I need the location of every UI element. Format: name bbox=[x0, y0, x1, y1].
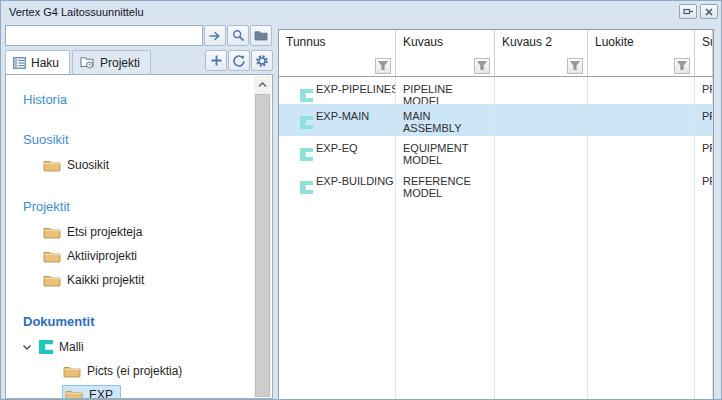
plus-icon bbox=[210, 54, 223, 67]
tree-item-label: Aktiiviprojekti bbox=[67, 249, 137, 263]
model-icon bbox=[300, 116, 313, 129]
tree-item-picts[interactable]: Picts (ei projektia) bbox=[63, 362, 255, 380]
cell-tunnus: EXP-BUILDING bbox=[316, 175, 394, 187]
refresh-button[interactable] bbox=[228, 50, 250, 71]
cell-suur: PP2 bbox=[695, 77, 713, 104]
cell-kuvaus: REFERENCE MODEL bbox=[396, 169, 495, 203]
table-row[interactable]: EXP-BUILDING REFERENCE MODEL PP2 bbox=[279, 169, 713, 203]
search-input[interactable] bbox=[5, 25, 203, 46]
add-button[interactable] bbox=[205, 50, 227, 71]
go-button[interactable] bbox=[204, 25, 226, 46]
folder-clock-icon bbox=[80, 56, 95, 69]
tree-header-suosikit[interactable]: Suosikit bbox=[23, 132, 255, 147]
table-row[interactable]: EXP-EQ EQUIPMENT MODEL PP2 bbox=[279, 136, 713, 169]
cell-tunnus: EXP-EQ bbox=[316, 142, 358, 154]
cell-luokite bbox=[588, 77, 695, 104]
folder-icon bbox=[254, 30, 268, 41]
filter-funnel-icon[interactable] bbox=[674, 58, 690, 74]
column-header-luokite[interactable]: Luokite bbox=[588, 30, 695, 55]
tree-item-malli[interactable]: Malli bbox=[21, 338, 255, 356]
cell-suur: PP2 bbox=[695, 169, 713, 203]
filter-cell-suur[interactable] bbox=[695, 55, 713, 76]
tab-haku[interactable]: Haku bbox=[5, 50, 70, 74]
model-icon bbox=[300, 148, 313, 161]
document-table-panel: Tunnus Kuvaus Kuvaus 2 Luokite Suur bbox=[278, 29, 714, 399]
tree-item-label: Kaikki projektit bbox=[67, 273, 144, 287]
tab-projekti[interactable]: Projekti bbox=[72, 50, 151, 74]
search-icon bbox=[232, 29, 245, 42]
cell-kuvaus2 bbox=[495, 77, 588, 104]
tree-scrollbar[interactable] bbox=[254, 76, 271, 397]
cell-kuvaus: EQUIPMENT MODEL bbox=[396, 136, 495, 169]
cell-kuvaus2 bbox=[495, 169, 588, 203]
settings-button[interactable] bbox=[251, 50, 273, 71]
tab-bar: Haku Projekti bbox=[5, 50, 273, 74]
column-header-kuvaus2[interactable]: Kuvaus 2 bbox=[495, 30, 588, 55]
column-header-tunnus[interactable]: Tunnus bbox=[279, 30, 396, 55]
model-icon bbox=[300, 89, 313, 102]
tree-item-etsi-projekteja[interactable]: Etsi projekteja bbox=[43, 223, 255, 241]
filter-funnel-icon[interactable] bbox=[567, 58, 583, 74]
table-empty-area bbox=[279, 203, 713, 399]
titlebar: Vertex G4 Laitossuunnittelu bbox=[1, 1, 721, 22]
navigation-tree-panel: Historia Suosikit Suosikit Projektit Ets… bbox=[5, 74, 273, 399]
filter-cell-luokite[interactable] bbox=[588, 55, 695, 76]
cell-suur: PP2 bbox=[695, 136, 713, 169]
filter-funnel-icon[interactable] bbox=[474, 58, 490, 74]
tree-item-label: EXP bbox=[89, 388, 113, 399]
folder-icon bbox=[43, 226, 61, 239]
folder-icon bbox=[43, 159, 61, 172]
table-row[interactable]: EXP-PIPELINES PIPELINE MODEL PP2 bbox=[279, 77, 713, 104]
tree-item-kaikki-projektit[interactable]: Kaikki projektit bbox=[43, 271, 255, 289]
chevron-down-icon[interactable] bbox=[21, 344, 33, 351]
cell-suur: PP2 bbox=[695, 104, 713, 136]
cell-tunnus: EXP-PIPELINES bbox=[316, 83, 396, 95]
tree-header-projektit[interactable]: Projektit bbox=[23, 199, 255, 214]
table-filter-row bbox=[279, 55, 713, 77]
folder-icon bbox=[63, 365, 81, 378]
window-title: Vertex G4 Laitossuunnittelu bbox=[1, 6, 679, 18]
column-header-suur[interactable]: Suur bbox=[695, 30, 713, 55]
filter-cell-kuvaus2[interactable] bbox=[495, 55, 588, 76]
pin-button[interactable] bbox=[679, 4, 697, 19]
filter-funnel-icon[interactable] bbox=[375, 58, 391, 74]
tree-item-exp[interactable]: EXP bbox=[63, 386, 120, 399]
tree-item-aktiiviprojekti[interactable]: Aktiiviprojekti bbox=[43, 247, 255, 265]
open-folder-button[interactable] bbox=[250, 25, 272, 46]
cell-kuvaus: MAIN ASSEMBLY bbox=[396, 104, 495, 136]
close-icon bbox=[705, 8, 713, 16]
table-row-selected[interactable]: EXP-MAIN MAIN ASSEMBLY PP2 bbox=[279, 104, 713, 136]
cell-kuvaus2 bbox=[495, 104, 588, 136]
folder-icon bbox=[43, 274, 61, 287]
gear-icon bbox=[255, 54, 269, 68]
tree-header-dokumentit[interactable]: Dokumentit bbox=[23, 314, 255, 329]
scroll-up-icon bbox=[258, 82, 267, 88]
list-form-icon bbox=[13, 57, 26, 69]
search-row bbox=[5, 25, 273, 47]
column-header-kuvaus[interactable]: Kuvaus bbox=[396, 30, 495, 55]
cell-kuvaus2 bbox=[495, 136, 588, 169]
model-icon bbox=[300, 181, 313, 194]
cell-luokite bbox=[588, 169, 695, 203]
folder-icon bbox=[43, 250, 61, 263]
table-header-row: Tunnus Kuvaus Kuvaus 2 Luokite Suur bbox=[279, 30, 713, 55]
tree-item-label: Malli bbox=[59, 340, 84, 354]
cell-luokite bbox=[588, 136, 695, 169]
scroll-up-button[interactable] bbox=[254, 76, 271, 93]
go-arrow-icon bbox=[208, 30, 222, 42]
refresh-icon bbox=[232, 54, 246, 68]
tab-projekti-label: Projekti bbox=[100, 56, 140, 70]
cell-kuvaus: PIPELINE MODEL bbox=[396, 77, 495, 104]
folder-icon bbox=[65, 389, 83, 400]
search-button[interactable] bbox=[227, 25, 249, 46]
tree-header-historia[interactable]: Historia bbox=[23, 92, 255, 107]
tree-item-suosikit[interactable]: Suosikit bbox=[43, 156, 255, 174]
cell-tunnus: EXP-MAIN bbox=[316, 110, 369, 122]
tree-item-label: Suosikit bbox=[67, 158, 109, 172]
filter-cell-tunnus[interactable] bbox=[279, 55, 396, 76]
tree-item-label: Picts (ei projektia) bbox=[87, 364, 182, 378]
close-button[interactable] bbox=[700, 4, 718, 19]
model-icon bbox=[39, 340, 53, 354]
filter-cell-kuvaus[interactable] bbox=[396, 55, 495, 76]
scrollbar-thumb[interactable] bbox=[255, 94, 270, 397]
